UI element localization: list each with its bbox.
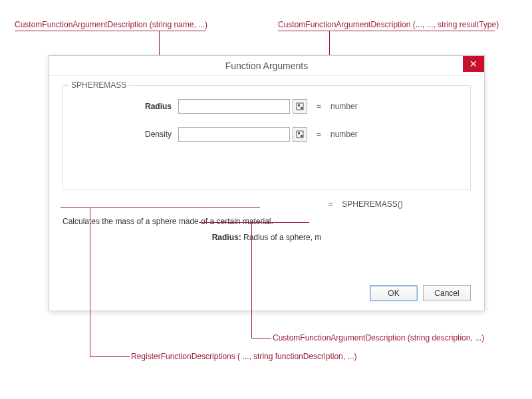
function-description: Calculates the mass of a sphere made of … xyxy=(63,217,471,226)
dialog-button-row: OK Cancel xyxy=(370,285,471,301)
dialog-title: Function Arguments xyxy=(225,61,309,71)
annotation-leader xyxy=(90,356,130,357)
range-selector-icon xyxy=(296,102,304,110)
arg-description-name: Radius: xyxy=(212,233,241,242)
annotation-underline xyxy=(199,222,309,223)
function-name-legend: SPHEREMASS xyxy=(68,80,129,90)
range-selector-button[interactable] xyxy=(293,99,307,114)
svg-rect-2 xyxy=(301,107,303,109)
arg-type: number xyxy=(331,102,358,111)
equals-sign: = xyxy=(317,102,321,111)
annotation-register: RegisterFunctionDescriptions ( ..., stri… xyxy=(131,352,356,361)
svg-rect-4 xyxy=(298,132,300,134)
annotation-result-type: CustomFunctionArgumentDescription (..., … xyxy=(278,20,499,29)
annotation-underline xyxy=(278,31,495,31)
annotation-leader xyxy=(251,222,252,338)
range-selector-icon xyxy=(296,130,304,138)
annotation-arg-name: CustomFunctionArgumentDescription (strin… xyxy=(15,20,207,29)
arg-type: number xyxy=(331,130,358,139)
annotation-leader xyxy=(90,207,90,356)
dialog-body: SPHEREMASS Radius = number Density = num… xyxy=(49,76,484,251)
annotation-underline xyxy=(15,31,206,31)
arg-row-radius: Radius = number xyxy=(73,99,460,114)
function-arguments-dialog: Function Arguments ✕ SPHEREMASS Radius =… xyxy=(49,55,485,311)
arg-input-density[interactable] xyxy=(178,127,290,142)
equals-sign: = xyxy=(329,200,333,209)
range-selector-button[interactable] xyxy=(293,127,307,142)
equals-sign: = xyxy=(317,130,321,139)
arg-input-radius[interactable] xyxy=(178,99,290,114)
close-button[interactable]: ✕ xyxy=(463,56,484,72)
svg-rect-1 xyxy=(298,104,300,106)
arg-description-text: Radius of a sphere, m xyxy=(241,233,322,242)
ok-button[interactable]: OK xyxy=(370,285,418,301)
arg-row-density: Density = number xyxy=(73,127,460,142)
description-block: Calculates the mass of a sphere made of … xyxy=(63,217,471,242)
arg-description-row: Radius: Radius of a sphere, m xyxy=(63,233,471,242)
arg-label: Density xyxy=(73,130,172,139)
annotation-underline xyxy=(61,207,260,208)
annotation-arg-description: CustomFunctionArgumentDescription (strin… xyxy=(273,333,484,342)
annotation-leader xyxy=(251,338,271,338)
result-value: SPHEREMASS() xyxy=(342,200,402,209)
args-fieldset: SPHEREMASS Radius = number Density = num… xyxy=(63,85,471,190)
close-icon: ✕ xyxy=(469,59,477,69)
dialog-titlebar: Function Arguments ✕ xyxy=(49,56,484,76)
arg-label: Radius xyxy=(73,102,172,111)
svg-rect-5 xyxy=(301,135,303,137)
cancel-button[interactable]: Cancel xyxy=(423,285,471,301)
